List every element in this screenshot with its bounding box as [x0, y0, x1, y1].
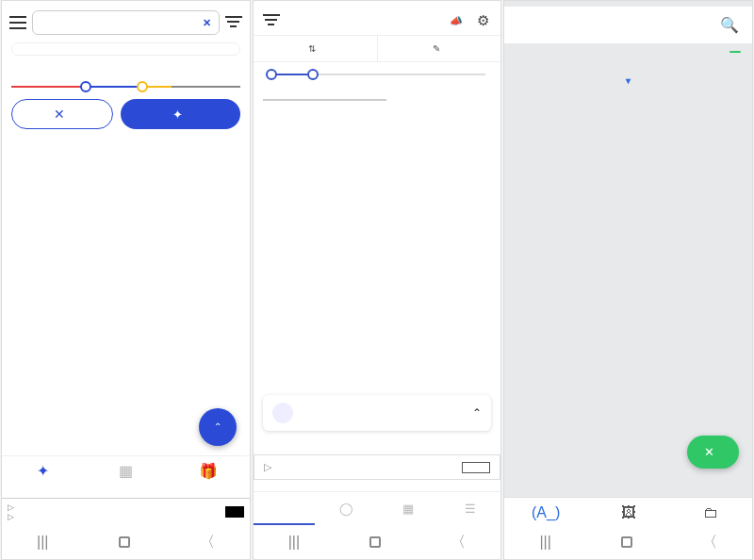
nav-recent-icon[interactable]: |||: [539, 534, 550, 551]
edit-icon: ✎: [433, 43, 440, 54]
nav-home-icon[interactable]: [621, 536, 632, 548]
settings-icon[interactable]: ⚙: [474, 12, 491, 29]
frequency-slider[interactable]: [11, 63, 240, 91]
sort-icon: ⇅: [308, 43, 316, 54]
ad-cta-button[interactable]: [225, 506, 244, 518]
nav-back-icon[interactable]: 〈: [451, 533, 466, 552]
search-input[interactable]: [41, 16, 203, 29]
hashtag-card[interactable]: [263, 90, 386, 101]
tab-generator[interactable]: [254, 492, 316, 525]
difficulty-badge: [729, 51, 741, 53]
nav-home-icon[interactable]: [369, 536, 381, 548]
nav-back-icon[interactable]: 〈: [200, 533, 215, 552]
search-input-wrap[interactable]: ✕: [32, 10, 220, 35]
android-navbar: ||| 〈: [504, 525, 752, 559]
tab-information[interactable]: 🎁: [167, 462, 250, 480]
tab-categories[interactable]: 🗀: [669, 498, 752, 525]
shuffle-icon: ✕: [704, 445, 714, 459]
bottom-tabs: ◯ ▦ ☰: [254, 491, 501, 525]
clear-button[interactable]: ✕: [11, 99, 113, 129]
smart-select-button[interactable]: ✕: [687, 436, 739, 469]
android-navbar: ||| 〈: [2, 525, 250, 559]
ad-banner[interactable]: ▷: [254, 454, 501, 480]
clear-search-icon[interactable]: ✕: [203, 17, 211, 29]
menu-icon[interactable]: [263, 14, 280, 27]
section-header: [2, 135, 250, 142]
notification-icon[interactable]: 📣: [448, 15, 465, 27]
rarity-header: [504, 43, 752, 60]
selected-hashtags-bar[interactable]: ⌃: [263, 395, 492, 431]
ad-open-button[interactable]: [462, 462, 490, 473]
bottom-tabs: ✦ ▦ 🎁: [2, 455, 250, 486]
nav-back-icon[interactable]: 〈: [702, 533, 717, 552]
ad-banner[interactable]: ▷ ▷: [2, 498, 250, 525]
tab-photo[interactable]: 🖼: [587, 498, 670, 525]
keyword-input[interactable]: [11, 42, 240, 56]
filter-icon[interactable]: [225, 16, 242, 29]
tab-generator[interactable]: ✦: [2, 462, 85, 480]
menu-icon[interactable]: [9, 16, 26, 29]
scroll-to-top-fab[interactable]: ⌃: [199, 408, 237, 446]
bottom-tabs: (A_) 🖼 🗀: [504, 497, 752, 525]
android-navbar: ||| 〈: [254, 525, 501, 559]
tab-grid[interactable]: ▦: [377, 492, 439, 525]
mode-sort[interactable]: ⇅: [254, 36, 378, 61]
nav-recent-icon[interactable]: |||: [288, 534, 300, 551]
tab-category[interactable]: ▦: [85, 462, 168, 480]
search-bar[interactable]: 🔍: [504, 7, 752, 43]
tab-list[interactable]: ☰: [439, 492, 501, 525]
mode-edit[interactable]: ✎: [378, 36, 501, 61]
tab-keywords[interactable]: (A_): [504, 498, 587, 525]
posts-range-slider[interactable]: [254, 62, 501, 86]
nav-home-icon[interactable]: [119, 536, 130, 548]
search-icon[interactable]: 🔍: [720, 16, 739, 34]
generate-button[interactable]: ✦: [121, 99, 240, 129]
chevron-up-icon: ⌃: [472, 406, 482, 420]
chevron-down-icon: ▾: [626, 75, 631, 86]
tab-chat[interactable]: ◯: [315, 492, 377, 525]
show-more-button[interactable]: ▾: [504, 75, 752, 86]
nav-recent-icon[interactable]: |||: [37, 534, 48, 551]
